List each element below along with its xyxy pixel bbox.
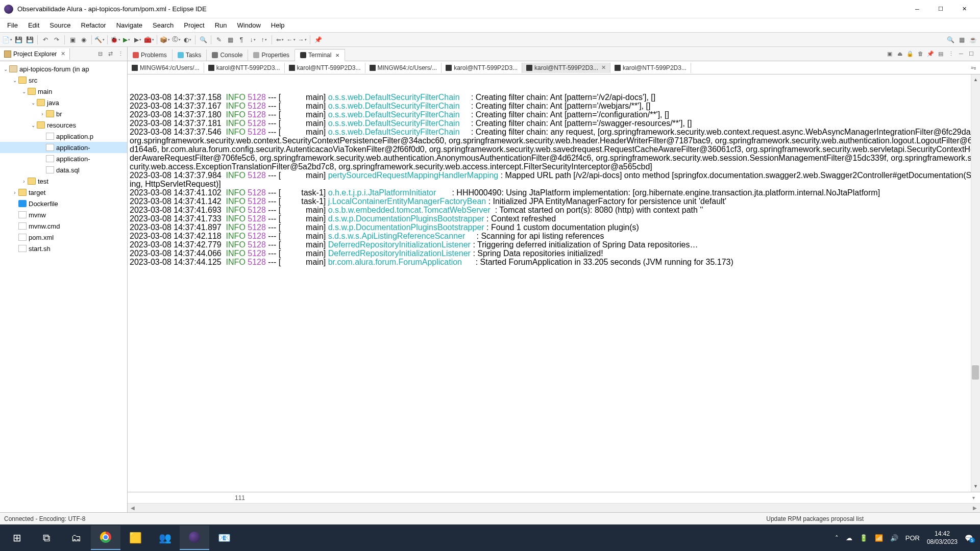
run-last-icon[interactable]: ▶	[133, 35, 143, 45]
tree-item[interactable]: ⌄main	[0, 86, 127, 97]
terminal-tab[interactable]: karol@NTT-599P2D3...	[610, 63, 691, 73]
quick-access-icon[interactable]: 🔍	[945, 35, 955, 45]
tree-item[interactable]: pom.xml	[0, 232, 127, 243]
close-button[interactable]: ✕	[952, 2, 976, 17]
view-tab-console[interactable]: Console	[207, 49, 248, 61]
last-edit-icon[interactable]: ⇐	[275, 35, 285, 45]
tree-item[interactable]: application-	[0, 142, 127, 153]
close-icon[interactable]: ✕	[335, 53, 339, 58]
menu-run[interactable]: Run	[210, 19, 232, 31]
terminal-new-icon[interactable]: ▣	[885, 49, 894, 58]
tree-expander-icon[interactable]: ⌄	[30, 100, 37, 106]
maximize-view-icon[interactable]: ☐	[967, 49, 976, 58]
terminal-tab[interactable]: karol@NTT-599P2D3...	[285, 63, 365, 73]
toggle-block-icon[interactable]: ▦	[225, 35, 235, 45]
coverage-icon[interactable]: ◉	[79, 35, 89, 45]
view-tab-tasks[interactable]: Tasks	[173, 49, 207, 61]
tree-expander-icon[interactable]: ›	[39, 111, 46, 117]
terminal-tab[interactable]: karol@NTT-599P2D3...✕	[522, 63, 610, 73]
onedrive-icon[interactable]: ☁	[846, 534, 852, 542]
battery-icon[interactable]: 🔋	[860, 534, 868, 542]
tree-item[interactable]: ›target	[0, 187, 127, 198]
maximize-button[interactable]: ☐	[929, 2, 952, 17]
terminal-disconnect-icon[interactable]: ⏏	[895, 49, 904, 58]
file-explorer-button[interactable]: 🗂	[61, 525, 91, 550]
tray-chevron-icon[interactable]: ˄	[835, 534, 839, 542]
tree-item[interactable]: ›test	[0, 176, 127, 187]
minimize-view-icon[interactable]: ─	[957, 49, 966, 58]
tree-item[interactable]: mvnw	[0, 209, 127, 220]
chevron-down-icon[interactable]: ▾	[972, 495, 975, 500]
outlook-button[interactable]: 📧	[209, 525, 239, 550]
minimize-button[interactable]: ─	[905, 2, 929, 17]
save-icon[interactable]: 💾	[13, 35, 23, 45]
undo-icon[interactable]: ↶	[40, 35, 51, 45]
sticky-notes-button[interactable]: 🟨	[120, 525, 150, 550]
scroll-left-icon[interactable]: ◀	[131, 505, 135, 511]
tree-expander-icon[interactable]: ›	[20, 179, 28, 184]
tree-item[interactable]: Dockerfile	[0, 198, 127, 209]
tree-expander-icon[interactable]: ⌄	[20, 89, 28, 94]
toggle-mark-icon[interactable]: ✎	[214, 35, 224, 45]
tree-item[interactable]: ⌄api-topicos-forum (in ap	[0, 63, 127, 74]
pin-editor-icon[interactable]: 📌	[313, 35, 323, 45]
terminal-output[interactable]: 2023-03-08 14:37:37.158 INFO 5128 --- [ …	[128, 74, 980, 492]
show-whitespace-icon[interactable]: ¶	[236, 35, 247, 45]
run-icon[interactable]: ▶	[121, 35, 132, 45]
terminal-menu-icon[interactable]: ⋮	[946, 49, 955, 58]
volume-icon[interactable]: 🔊	[890, 534, 898, 542]
horizontal-scrollbar[interactable]: ◀ ▶	[128, 503, 980, 512]
tree-item[interactable]: mvnw.cmd	[0, 220, 127, 232]
new-icon[interactable]: 📄	[2, 35, 12, 45]
tree-item[interactable]: ⌄resources	[0, 119, 127, 131]
terminal-tab[interactable]: MINGW64:/c/Users/...	[128, 63, 204, 73]
java-perspective-icon[interactable]: ☕	[968, 35, 978, 45]
annotation-next-icon[interactable]: ↓	[248, 35, 258, 45]
back-icon[interactable]: ←	[286, 35, 296, 45]
tree-expander-icon[interactable]: ⌄	[30, 122, 37, 128]
forward-icon[interactable]: →	[297, 35, 307, 45]
terminal-icon[interactable]: ▣	[67, 35, 78, 45]
menu-file[interactable]: File	[2, 19, 23, 31]
new-class-icon[interactable]: Ⓒ	[171, 35, 181, 45]
terminal-scroll-lock-icon[interactable]: 🔒	[905, 49, 915, 58]
chrome-button[interactable]	[91, 525, 120, 550]
menu-edit[interactable]: Edit	[23, 19, 44, 31]
view-menu-icon[interactable]: ⋮	[116, 49, 125, 59]
tree-item[interactable]: ⌄java	[0, 97, 127, 108]
scrollbar-thumb[interactable]	[972, 365, 979, 380]
taskbar-clock[interactable]: 14:42 08/03/2023	[927, 530, 958, 546]
terminal-clear-icon[interactable]: 🗑	[916, 49, 925, 58]
terminal-tab[interactable]: karol@NTT-599P2D3...	[442, 63, 522, 73]
tree-item[interactable]: start.sh	[0, 243, 127, 254]
annotation-prev-icon[interactable]: ↑	[259, 35, 269, 45]
redo-icon[interactable]: ↷	[52, 35, 62, 45]
tree-expander-icon[interactable]: ⌄	[2, 66, 9, 72]
view-tab-properties[interactable]: Properties	[248, 49, 295, 61]
task-view-button[interactable]: ⧉	[32, 525, 61, 550]
terminal-pin-icon[interactable]: 📌	[926, 49, 935, 58]
terminal-tab[interactable]: MINGW64:/c/Users/...	[365, 63, 442, 73]
collapse-all-icon[interactable]: ⊟	[95, 49, 105, 59]
new-type-icon[interactable]: ◐	[182, 35, 192, 45]
tree-item[interactable]: application-	[0, 153, 127, 164]
tree-item[interactable]: application.p	[0, 131, 127, 142]
ext-tools-icon[interactable]: 🧰	[144, 35, 154, 45]
build-icon[interactable]: 🔨	[94, 35, 105, 45]
save-all-icon[interactable]: 💾	[24, 35, 35, 45]
tree-item[interactable]: ›br	[0, 108, 127, 119]
view-tab-terminal[interactable]: Terminal✕	[295, 49, 345, 61]
menu-help[interactable]: Help	[266, 19, 290, 31]
search-icon[interactable]: 🔍	[198, 35, 208, 45]
debug-icon[interactable]: 🐞	[110, 35, 120, 45]
tree-expander-icon[interactable]: ⌄	[11, 78, 18, 83]
menu-source[interactable]: Source	[44, 19, 76, 31]
menu-window[interactable]: Window	[232, 19, 266, 31]
close-icon[interactable]: ✕	[601, 64, 606, 71]
vertical-scrollbar[interactable]: ▲ ▼	[971, 74, 980, 492]
terminal-tab[interactable]: karol@NTT-599P2D3...	[204, 63, 285, 73]
scroll-right-icon[interactable]: ▶	[973, 505, 977, 511]
notifications-icon[interactable]: 💬5	[965, 534, 973, 542]
menu-project[interactable]: Project	[179, 19, 209, 31]
tree-expander-icon[interactable]: ›	[11, 190, 18, 195]
